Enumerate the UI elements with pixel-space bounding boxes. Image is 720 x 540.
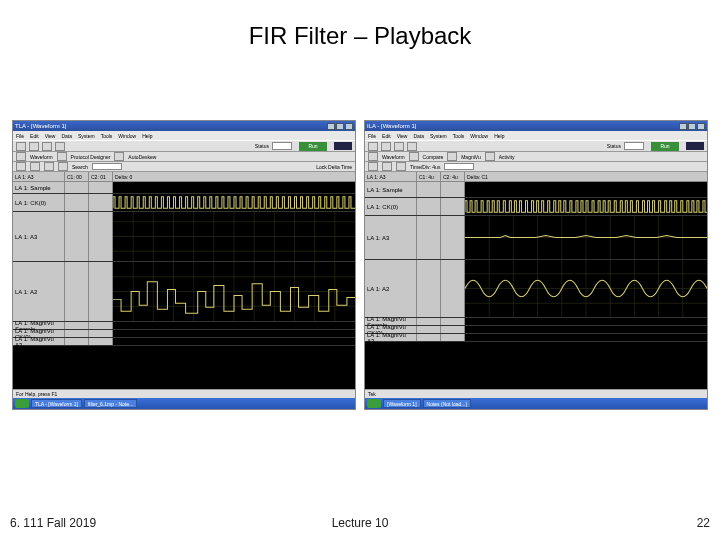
maximize-icon[interactable] [688,123,696,130]
minimize-icon[interactable] [327,123,335,130]
maximize-icon[interactable] [336,123,344,130]
run-button[interactable]: Run [299,142,327,151]
waveform-tab-icon[interactable] [368,152,378,161]
nav-prev-icon[interactable] [16,162,26,171]
waveform-tab-icon[interactable] [16,152,26,161]
right-taskbar: [Waveform 1] Notes (Not load...) [365,398,707,409]
lock-label: Lock Delta Time [316,164,352,170]
tool-icon[interactable] [407,142,417,151]
menu-system[interactable]: System [78,133,95,139]
time-input[interactable] [444,163,474,170]
footer-lecture: Lecture 10 [0,516,720,530]
minimize-icon[interactable] [679,123,687,130]
magnivu-tab[interactable]: MagniVu [461,154,481,160]
autodeskew-tab[interactable]: AutoDeskew [128,154,156,160]
run-button[interactable]: Run [651,142,679,151]
waveform-tab[interactable]: Waveform [30,154,53,160]
magnify-label[interactable]: LA 1: MagniVu A3 [13,338,65,345]
menu-edit[interactable]: Edit [382,133,391,139]
menu-edit[interactable]: Edit [30,133,39,139]
right-header-row: LA 1: A3 C1: 4u C2: 4u Delta: C1 [365,172,707,182]
tool-icon[interactable] [394,142,404,151]
menu-file[interactable]: File [16,133,24,139]
right-toolbar: Status Run [365,140,707,152]
menu-file[interactable]: File [368,133,376,139]
clock-waveform[interactable] [465,198,707,215]
search-input[interactable] [92,163,122,170]
tool-icon[interactable] [381,142,391,151]
menu-tools[interactable]: Tools [453,133,465,139]
magnify-waveform[interactable] [113,330,355,337]
compare-icon[interactable] [409,152,419,161]
sine-waveform[interactable] [465,260,707,317]
menu-view[interactable]: View [45,133,56,139]
waveform-tab[interactable]: Waveform [382,154,405,160]
menu-view[interactable]: View [397,133,408,139]
taskbar-item[interactable]: filter_6.1mp - Note... [84,399,137,408]
tool-icon[interactable] [29,142,39,151]
menu-window[interactable]: Window [118,133,136,139]
clock-waveform[interactable] [113,194,355,211]
header-c2: C2: 01 [89,172,113,181]
taskbar-item[interactable]: TLA - [Waveform 1] [31,399,82,408]
header-c1: C1: 4u [417,172,441,181]
menu-window[interactable]: Window [470,133,488,139]
signal-label[interactable]: LA 1: A3 [13,212,65,261]
magnify-waveform[interactable] [465,334,707,341]
activity-tab[interactable]: Activity [499,154,515,160]
magnify-waveform[interactable] [113,338,355,345]
tool-icon[interactable] [16,142,26,151]
left-toolbar: Status Run [13,140,355,152]
signal-value [441,326,465,333]
close-icon[interactable] [345,123,353,130]
signal-value [441,260,465,317]
nav-next-icon[interactable] [382,162,392,171]
tool-icon[interactable] [368,142,378,151]
nav-next-icon[interactable] [30,162,40,171]
header-delta: Delta: C1 [465,174,707,180]
taskbar-item[interactable]: [Waveform 1] [383,399,421,408]
signal-label[interactable]: LA 1: Sample [13,182,65,193]
status-text: Tek [368,391,376,397]
magnify-label[interactable]: LA 1: MagniVu A3 [365,334,417,341]
signal-label[interactable]: LA 1: Sample [365,182,417,197]
signal-label[interactable]: LA 1: CK(0) [365,198,417,215]
activity-icon[interactable] [485,152,495,161]
magnify-waveform[interactable] [465,326,707,333]
signal-label[interactable]: LA 1: CK(0) [13,194,65,211]
analog-waveform[interactable] [465,216,707,259]
menu-help[interactable]: Help [494,133,504,139]
zoom-icon[interactable] [58,162,68,171]
tool-icon[interactable] [42,142,52,151]
step-waveform[interactable] [113,262,355,321]
compare-tab[interactable]: Compare [423,154,444,160]
zoom-icon[interactable] [44,162,54,171]
magnify-waveform[interactable] [465,318,707,325]
sample-waveform[interactable] [113,182,355,193]
signal-label[interactable]: LA 1: A2 [365,260,417,317]
tool-icon[interactable] [55,142,65,151]
left-analyzer-window: TLA - [Waveform 1] File Edit View Data S… [12,120,356,410]
taskbar-item[interactable]: Notes (Not load...) [423,399,472,408]
start-icon[interactable] [15,399,29,408]
autodeskew-icon[interactable] [114,152,124,161]
menu-tools[interactable]: Tools [101,133,113,139]
protocol-tab[interactable]: Protocol Designer [71,154,111,160]
menu-data[interactable]: Data [413,133,424,139]
menu-help[interactable]: Help [142,133,152,139]
close-icon[interactable] [697,123,705,130]
analog-waveform[interactable] [113,212,355,261]
zoom-icon[interactable] [396,162,406,171]
sample-waveform[interactable] [465,182,707,197]
start-icon[interactable] [367,399,381,408]
protocol-icon[interactable] [57,152,67,161]
menu-system[interactable]: System [430,133,447,139]
left-statusbar: For Help, press F1 [13,389,355,398]
magnify-waveform[interactable] [113,322,355,329]
magnivu-icon[interactable] [447,152,457,161]
signal-label[interactable]: LA 1: A3 [365,216,417,259]
signal-value [441,216,465,259]
signal-label[interactable]: LA 1: A2 [13,262,65,321]
nav-prev-icon[interactable] [368,162,378,171]
menu-data[interactable]: Data [61,133,72,139]
